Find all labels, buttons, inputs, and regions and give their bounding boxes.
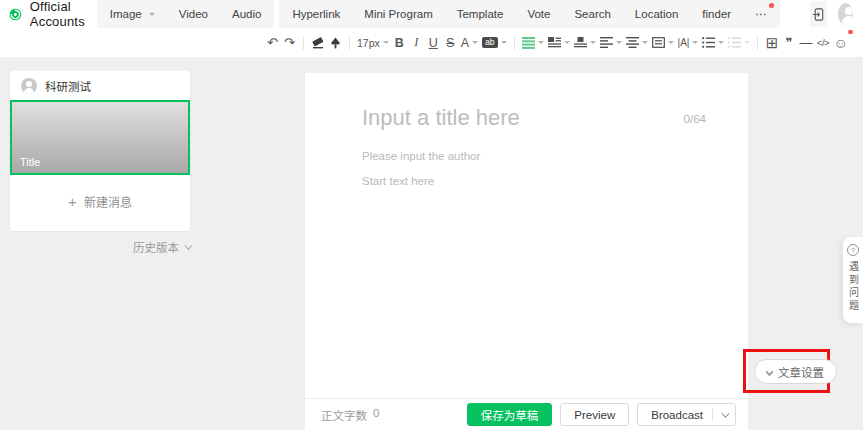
article-thumbnail-selected[interactable]: Title — [10, 100, 190, 175]
horizontal-rule-button[interactable]: — — [797, 32, 814, 54]
phone-arrow-icon — [811, 7, 826, 22]
italic-button[interactable]: I — [408, 32, 425, 54]
highlight-icon: ab — [482, 37, 497, 49]
caret-down-icon — [642, 41, 648, 44]
letter-spacing-dropdown[interactable]: |A| — [676, 32, 701, 54]
menu-hyperlink[interactable]: Hyperlink — [292, 8, 340, 20]
author-input[interactable]: Please input the author — [362, 150, 748, 162]
menu-finder[interactable]: finder — [702, 8, 731, 20]
strikethrough-button[interactable]: S — [442, 32, 459, 54]
caret-down-icon — [538, 41, 544, 44]
history-label: 历史版本 — [133, 239, 179, 255]
title-char-counter: 0/64 — [684, 105, 706, 125]
new-message-button[interactable]: + 新建消息 — [10, 175, 190, 227]
menu-video[interactable]: Video — [179, 8, 208, 20]
tools-menu-group: Hyperlink Mini Program Template Vote Sea… — [279, 0, 779, 28]
align-dropdown[interactable] — [598, 32, 624, 54]
undo-button[interactable]: ↶ — [264, 32, 281, 54]
indent-box-icon — [652, 37, 665, 48]
menu-image[interactable]: Image — [110, 8, 155, 20]
numbered-list-dropdown-disabled — [726, 32, 752, 54]
numbered-list-icon — [728, 37, 741, 48]
eraser-icon — [311, 36, 325, 49]
indent-dropdown[interactable] — [650, 32, 676, 54]
bullet-list-icon — [702, 37, 715, 48]
caret-down-icon — [590, 41, 596, 44]
toolbar-divider — [349, 36, 350, 50]
account-name: 科研测试 — [45, 78, 91, 94]
caret-down-icon — [668, 41, 674, 44]
font-color-dropdown[interactable]: A — [459, 32, 480, 54]
emoji-icon: ☺ — [833, 36, 847, 50]
chevron-down-icon — [184, 241, 192, 249]
editor-footer-bar: 正文字数 0 保存为草稿 Preview Broadcast — [305, 398, 748, 430]
help-tab-label: 遇到问题 — [846, 261, 861, 313]
caret-down-icon — [616, 41, 622, 44]
menu-search[interactable]: Search — [574, 8, 610, 20]
caret-down-icon — [692, 41, 698, 44]
send-to-phone-button[interactable] — [810, 1, 828, 27]
green-lines-icon — [522, 37, 535, 49]
list-dropdown[interactable] — [700, 32, 726, 54]
body-text-input[interactable]: Start text here — [362, 175, 748, 187]
app-title: Official Accounts — [30, 0, 97, 29]
menu-more[interactable]: ⋯ — [755, 7, 767, 21]
official-accounts-logo-icon — [9, 5, 22, 24]
font-size-dropdown[interactable]: 17px — [355, 32, 391, 54]
word-count: 正文字数 0 — [321, 407, 379, 423]
caret-down-icon — [472, 41, 478, 44]
menu-vote[interactable]: Vote — [527, 8, 550, 20]
menu-mini-program[interactable]: Mini Program — [364, 8, 432, 20]
clear-format-button[interactable] — [309, 32, 327, 54]
button-divider — [712, 408, 713, 421]
article-settings-label: 文章设置 — [778, 364, 824, 380]
wrap-center-icon — [574, 37, 587, 48]
emoji-button[interactable]: ☺ — [831, 32, 849, 54]
caret-down-icon — [383, 41, 389, 44]
word-count-value: 0 — [373, 407, 379, 423]
save-draft-button[interactable]: 保存为草稿 — [467, 403, 553, 426]
toolbar-divider — [757, 36, 758, 50]
wrap-center-dropdown[interactable] — [572, 32, 598, 54]
user-avatar[interactable] — [838, 3, 853, 25]
account-avatar — [21, 78, 37, 94]
menu-audio[interactable]: Audio — [232, 8, 261, 20]
highlight-color-dropdown[interactable]: ab — [480, 32, 508, 54]
caret-down-icon — [744, 41, 750, 44]
caret-down-icon — [501, 41, 507, 44]
top-app-bar: Official Accounts Image Video Audio Hype… — [0, 0, 863, 28]
bold-button[interactable]: B — [391, 32, 408, 54]
notification-dot — [769, 3, 774, 8]
title-input[interactable]: Input a title here — [362, 105, 684, 131]
toolbar-divider — [303, 36, 304, 50]
double-chevron-down-icon — [767, 369, 772, 375]
letter-spacing-icon: |A| — [678, 37, 690, 48]
line-height-dropdown[interactable] — [624, 32, 650, 54]
align-lines-icon — [600, 37, 613, 48]
chevron-down-icon — [721, 409, 729, 417]
blockquote-button[interactable]: ❞ — [780, 32, 797, 54]
insert-code-button[interactable]: </> — [814, 32, 831, 54]
history-versions-link[interactable]: 历史版本 — [10, 239, 190, 255]
word-count-label: 正文字数 — [321, 407, 367, 423]
article-settings-button[interactable]: 文章设置 — [754, 359, 837, 384]
paint-brush-icon — [329, 36, 342, 49]
line-height-icon — [626, 37, 639, 48]
format-painter-button[interactable] — [327, 32, 344, 54]
broadcast-label: Broadcast — [651, 409, 703, 421]
broadcast-button[interactable]: Broadcast — [637, 403, 736, 426]
new-message-label: 新建消息 — [84, 193, 132, 210]
help-feedback-tab[interactable]: ? 遇到问题 — [843, 237, 863, 323]
underline-button[interactable]: U — [425, 32, 442, 54]
article-list-card: 科研测试 Title + 新建消息 — [10, 71, 190, 231]
footer-buttons: 保存为草稿 Preview Broadcast — [467, 403, 736, 426]
insert-table-button[interactable]: ⊞ — [763, 32, 780, 54]
menu-template[interactable]: Template — [457, 8, 504, 20]
caret-down-icon — [718, 41, 724, 44]
wrap-left-dropdown[interactable] — [546, 32, 572, 54]
editor-panel: Input a title here 0/64 Please input the… — [305, 73, 748, 430]
preview-button[interactable]: Preview — [560, 403, 629, 426]
redo-button[interactable]: ↷ — [281, 32, 298, 54]
line-spacing-dropdown-active[interactable] — [520, 32, 546, 54]
menu-location[interactable]: Location — [635, 8, 678, 20]
